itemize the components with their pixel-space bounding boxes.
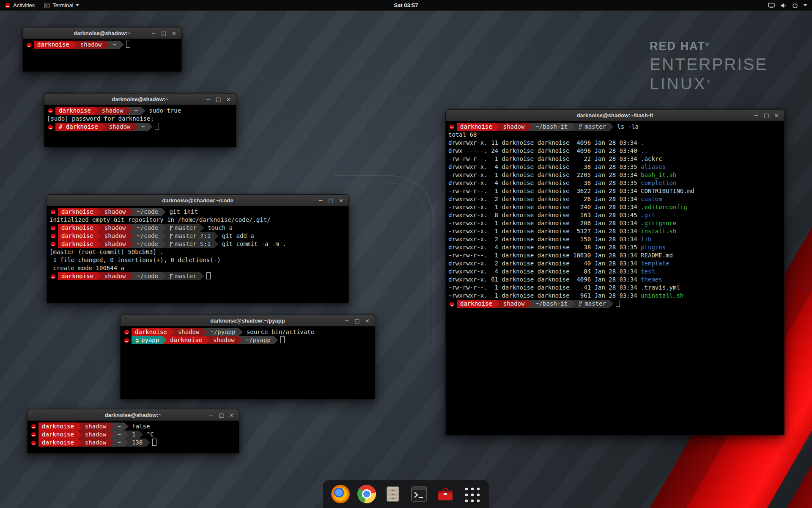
- minimize-button[interactable]: −: [316, 196, 325, 205]
- close-button[interactable]: ×: [772, 111, 781, 120]
- maximize-button[interactable]: □: [159, 29, 168, 38]
- terminal-screen[interactable]: darknoiseshadow~ falsedarknoiseshadow~1 …: [27, 421, 239, 453]
- window-titlebar[interactable]: darknoise@shadow:~/pyapp − □ ×: [121, 315, 375, 326]
- terminal-line: darknoiseshadow~/codemaster: [49, 272, 346, 280]
- terminal-text: drwxrwxr-x. 4 darknoise darknoise 38 Jan…: [448, 244, 641, 251]
- terminal-text: bash_it.sh: [641, 171, 676, 178]
- maximize-button[interactable]: □: [217, 411, 226, 420]
- terminal-window-pyapp: darknoise@shadow:~/pyapp − □ × darknoise…: [120, 315, 375, 399]
- prompt-segment-host: shadow: [106, 123, 134, 131]
- powerline-arrow-icon: [124, 431, 129, 439]
- terminal-line: darknoiseshadow~1 ^C: [30, 431, 236, 439]
- activities-button[interactable]: Activities: [0, 0, 39, 11]
- prompt-segment-user: darknoise: [167, 336, 206, 344]
- prompt-segment-host: shadow: [77, 41, 105, 49]
- terminal-text: drwxrwxr-x. 4 darknoise darknoise 38 Jan…: [448, 163, 641, 170]
- prompt-segment-host: shadow: [101, 240, 129, 248]
- terminal-screen[interactable]: darknoiseshadow~/pyapp source bin/activa…: [121, 326, 375, 399]
- minimize-button[interactable]: −: [343, 316, 351, 325]
- prompt-segment-git: master S:1: [166, 240, 214, 248]
- terminal-text: git add a: [218, 232, 254, 239]
- terminal-text: -rw-rw-r--. 1 darknoise darknoise 18630 …: [448, 252, 641, 259]
- dock-terminal-button[interactable]: [410, 485, 428, 503]
- prompt-segment-path: ~: [138, 123, 148, 131]
- close-button[interactable]: ×: [363, 316, 372, 325]
- desktop: RED HAT® ENTERPRISE LINUX® darknoise@sha…: [0, 0, 812, 508]
- powerline-arrow-icon: [162, 240, 166, 248]
- window-titlebar[interactable]: darknoise@shadow:~/bash-it − □ ×: [446, 110, 784, 121]
- prompt-segment-user: darknoise: [58, 224, 97, 232]
- powerline-arrow-icon: [97, 224, 101, 232]
- volume-icon[interactable]: [780, 3, 787, 8]
- minimize-button[interactable]: −: [752, 111, 761, 120]
- minimize-button[interactable]: −: [149, 29, 158, 38]
- terminal-line: drwxrwxr-x. 61 darknoise darknoise 4096 …: [448, 276, 782, 284]
- dock-app-grid-button[interactable]: [462, 485, 481, 503]
- maximize-button[interactable]: □: [326, 196, 335, 205]
- terminal-line: -rwxrwxr-x. 1 darknoise darknoise 206 Ja…: [448, 219, 782, 227]
- maximize-button[interactable]: □: [214, 95, 223, 104]
- powerline-arrow-icon: [496, 300, 500, 308]
- terminal-line: drwx------. 24 darknoise darknoise 4096 …: [448, 147, 782, 155]
- toolbox-icon: [436, 485, 455, 503]
- brand-line-2: ENTERPRISE: [650, 56, 768, 72]
- powerline-arrow-icon: [77, 439, 82, 447]
- power-icon[interactable]: [792, 3, 798, 8]
- system-status-area[interactable]: [763, 0, 812, 11]
- terminal-text: lib: [641, 236, 651, 243]
- terminal-screen[interactable]: darknoiseshadow~/code git initInitialize…: [47, 206, 348, 303]
- terminal-text: -rw-rw-r--. 1 darknoise darknoise 22 Jan…: [448, 155, 641, 162]
- terminal-line: -rw-rw-r--. 1 darknoise darknoise 3622 J…: [448, 187, 782, 195]
- minimize-button[interactable]: −: [207, 411, 216, 420]
- window-titlebar[interactable]: darknoise@shadow:~ − □ ×: [27, 409, 239, 421]
- terminal-text: completion: [641, 179, 676, 186]
- terminal-text: ..: [641, 147, 648, 154]
- prompt-segment-path: ~/pyapp: [242, 336, 274, 344]
- terminal-screen[interactable]: darknoiseshadow~/bash-itmaster ls -latot…: [446, 121, 784, 435]
- powerline-arrow-icon: [97, 272, 101, 280]
- powerline-arrow-icon: [148, 123, 153, 131]
- prompt-segment-venv: pyapp: [132, 336, 162, 344]
- dock-files-button[interactable]: [384, 485, 402, 503]
- terminal-screen[interactable]: darknoiseshadow~ sudo true[sudo] passwor…: [44, 105, 236, 147]
- maximize-button[interactable]: □: [762, 111, 771, 120]
- prompt-segment-git: master: [575, 123, 609, 131]
- display-icon[interactable]: [768, 3, 775, 8]
- close-button[interactable]: ×: [224, 95, 233, 104]
- window-titlebar[interactable]: darknoise@shadow:~ − □ ×: [44, 94, 236, 105]
- app-menu-terminal[interactable]: Terminal: [39, 0, 84, 11]
- prompt-segment-user: darknoise: [58, 208, 97, 216]
- app-grid-icon: [463, 486, 480, 502]
- terminal-text: touch a: [204, 224, 233, 231]
- app-menu-label: Terminal: [52, 2, 73, 8]
- chevron-down-icon[interactable]: [804, 4, 807, 6]
- powerline-arrow-icon: [139, 431, 143, 439]
- terminal-line: darknoiseshadow~: [25, 41, 179, 49]
- terminal-line: create mode 100644 a: [49, 264, 346, 272]
- dock-toolbox-button[interactable]: [436, 485, 455, 503]
- powerline-arrow-icon: [141, 107, 145, 115]
- powerline-arrow-icon: [110, 439, 114, 447]
- minimize-button[interactable]: −: [204, 95, 213, 104]
- dock-firefox-button[interactable]: [331, 485, 350, 503]
- powerline-arrow-icon: [609, 300, 614, 308]
- close-button[interactable]: ×: [337, 196, 346, 205]
- terminal-screen[interactable]: darknoiseshadow~: [23, 39, 181, 72]
- window-titlebar[interactable]: darknoise@shadow:~/code − □ ×: [47, 195, 348, 206]
- window-title: darknoise@shadow:~/pyapp: [210, 318, 285, 324]
- activities-label: Activities: [13, 2, 35, 8]
- clock[interactable]: Sat 03:57: [394, 2, 418, 8]
- terminal-text: 1 file changed, 0 insertions(+), 0 delet…: [49, 257, 221, 263]
- maximize-button[interactable]: □: [353, 316, 362, 325]
- close-button[interactable]: ×: [227, 411, 236, 420]
- close-button[interactable]: ×: [170, 29, 178, 38]
- terminal-text: aliases: [641, 163, 666, 170]
- dock-chrome-button[interactable]: [357, 485, 376, 503]
- powerline-arrow-icon: [203, 328, 207, 336]
- window-titlebar[interactable]: darknoise@shadow:~ − □ ×: [23, 28, 181, 39]
- prompt-segment-path: ~/code: [133, 272, 162, 280]
- terminal-text: total 68: [448, 131, 477, 138]
- terminal-text: [sudo] password for darknoise:: [47, 115, 154, 122]
- terminal-line: -rw-rw-r--. 1 darknoise darknoise 18630 …: [448, 251, 782, 260]
- prompt-segment-host: shadow: [101, 208, 129, 216]
